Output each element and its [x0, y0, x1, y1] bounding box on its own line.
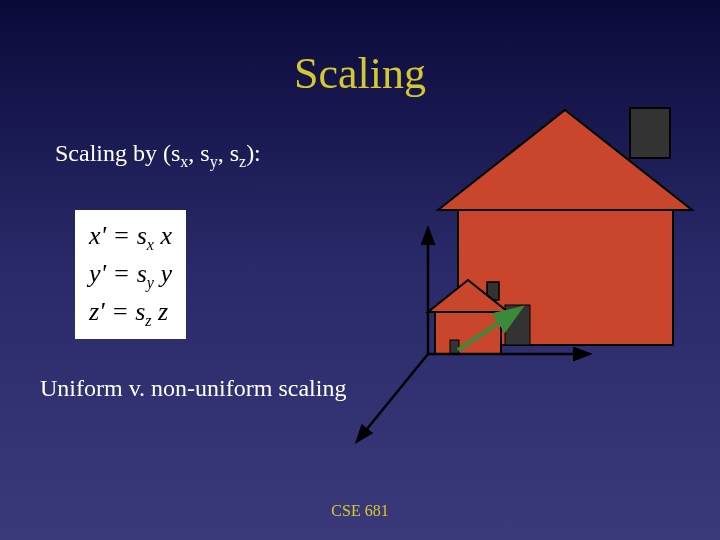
eq-x-lhs: x' = s [89, 221, 147, 250]
z-axis [358, 354, 428, 440]
large-chimney [630, 108, 670, 158]
eq-z-lhs: z' = s [89, 297, 145, 326]
subtitle-mid1: , s [188, 140, 209, 166]
subtitle-mid2: , s [218, 140, 239, 166]
small-door [450, 340, 459, 354]
eq-x-sub: x [147, 236, 154, 253]
equation-x: x' = sx x [89, 218, 172, 256]
eq-y-rhs: y [154, 259, 172, 288]
equation-y: y' = sy y [89, 256, 172, 294]
eq-y-lhs: y' = s [89, 259, 147, 288]
subtitle-prefix: Scaling by (s [55, 140, 180, 166]
uniform-nonuniform-text: Uniform v. non-uniform scaling [40, 375, 346, 402]
small-body [435, 312, 501, 354]
eq-z-rhs: z [152, 297, 169, 326]
eq-y-sub: y [147, 274, 154, 291]
scaling-by-label: Scaling by (sx, sy, sz): [55, 140, 261, 171]
slide-footer: CSE 681 [0, 502, 720, 520]
equations-box: x' = sx x y' = sy y z' = sz z [75, 210, 186, 339]
subtitle-suffix: ): [246, 140, 261, 166]
sub-y: y [210, 153, 218, 170]
slide-title: Scaling [0, 48, 720, 99]
eq-x-rhs: x [154, 221, 172, 250]
scaling-diagram [340, 100, 700, 480]
equation-z: z' = sz z [89, 294, 172, 332]
